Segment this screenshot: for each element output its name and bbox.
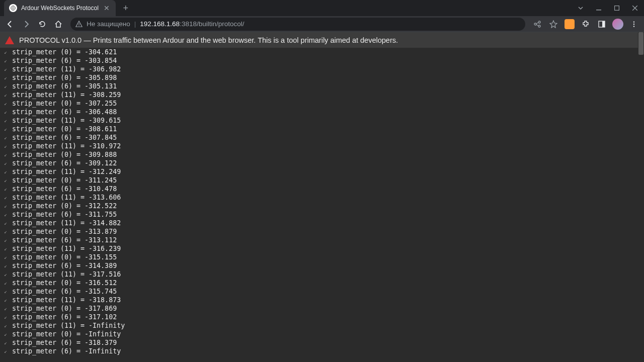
scrollbar-thumb[interactable] — [638, 32, 643, 55]
log-line: ↙strip_meter (11) = -312.249 — [4, 167, 640, 176]
log-line: ↙strip_meter (11) = -317.516 — [4, 270, 640, 279]
log-line: ↙strip_meter (0) = -315.155 — [4, 253, 640, 261]
bookmark-icon[interactable] — [546, 17, 560, 31]
log-text: strip_meter (0) = -304.621 — [12, 48, 117, 56]
tab-search-icon[interactable] — [572, 0, 590, 16]
log-text: strip_meter (11) = -316.239 — [12, 244, 121, 253]
incoming-arrow-icon: ↙ — [4, 125, 9, 133]
log-line: ↙strip_meter (0) = -317.869 — [4, 304, 640, 313]
log-line: ↙strip_meter (11) = -309.615 — [4, 116, 640, 125]
log-line: ↙strip_meter (6) = -314.389 — [4, 261, 640, 270]
share-icon[interactable] — [530, 17, 544, 31]
incoming-arrow-icon: ↙ — [4, 73, 9, 82]
log-text: strip_meter (6) = -306.488 — [12, 108, 117, 116]
svg-point-12 — [633, 26, 634, 27]
security-status: Не защищено — [87, 20, 130, 28]
protocol-banner: PROTOCOL v1.0.0 — Prints traffic between… — [0, 32, 644, 48]
log-line: ↙strip_meter (6) = -311.755 — [4, 210, 640, 219]
profile-avatar[interactable] — [611, 17, 625, 31]
log-text: strip_meter (11) = -308.259 — [12, 90, 121, 99]
incoming-arrow-icon: ↙ — [4, 193, 9, 202]
incoming-arrow-icon: ↙ — [4, 56, 9, 65]
log-line: ↙strip_meter (6) = -307.845 — [4, 133, 640, 142]
reload-button[interactable] — [35, 17, 49, 31]
log-text: strip_meter (0) = -Infinity — [12, 330, 121, 338]
tab-title: Ardour WebSockets Protocol — [21, 5, 99, 12]
log-line: ↙strip_meter (0) = -316.512 — [4, 279, 640, 287]
extensions-icon[interactable] — [579, 17, 593, 31]
close-icon[interactable] — [626, 0, 644, 16]
home-button[interactable] — [51, 17, 65, 31]
incoming-arrow-icon: ↙ — [4, 338, 9, 347]
incoming-arrow-icon: ↙ — [4, 347, 9, 355]
svg-point-10 — [633, 21, 634, 22]
log-text: strip_meter (6) = -313.112 — [12, 236, 117, 244]
incoming-arrow-icon: ↙ — [4, 65, 9, 73]
incoming-arrow-icon: ↙ — [4, 90, 9, 99]
vertical-scrollbar[interactable] — [638, 32, 644, 362]
side-panel-icon[interactable] — [595, 17, 609, 31]
log-line: ↙strip_meter (0) = -304.621 — [4, 48, 640, 56]
maximize-icon[interactable] — [608, 0, 626, 16]
address-bar[interactable]: Не защищено | 192.168.1.68:3818/builtin/… — [70, 18, 525, 31]
incoming-arrow-icon: ↙ — [4, 236, 9, 244]
incoming-arrow-icon: ↙ — [4, 279, 9, 287]
log-text: strip_meter (6) = -315.745 — [12, 287, 117, 296]
log-text: strip_meter (6) = -318.379 — [12, 338, 117, 347]
incoming-arrow-icon: ↙ — [4, 159, 9, 167]
not-secure-icon — [75, 21, 83, 28]
incoming-arrow-icon: ↙ — [4, 48, 9, 56]
log-text: strip_meter (0) = -309.888 — [12, 150, 117, 159]
log-text: strip_meter (0) = -315.155 — [12, 253, 117, 261]
log-text: strip_meter (0) = -312.522 — [12, 202, 117, 210]
log-text: strip_meter (0) = -311.245 — [12, 176, 117, 185]
incoming-arrow-icon: ↙ — [4, 321, 9, 330]
menu-icon[interactable] — [627, 17, 641, 31]
globe-icon — [9, 4, 17, 12]
log-text: strip_meter (0) = -307.255 — [12, 99, 117, 108]
log-text: strip_meter (0) = -308.611 — [12, 125, 117, 133]
extension-badge[interactable] — [562, 17, 577, 31]
incoming-arrow-icon: ↙ — [4, 304, 9, 313]
incoming-arrow-icon: ↙ — [4, 296, 9, 304]
log-line: ↙strip_meter (6) = -315.745 — [4, 287, 640, 296]
incoming-arrow-icon: ↙ — [4, 261, 9, 270]
log-line: ↙strip_meter (0) = -311.245 — [4, 176, 640, 185]
log-text: strip_meter (6) = -305.131 — [12, 82, 117, 90]
log-text: strip_meter (0) = -313.879 — [12, 227, 117, 236]
log-line: ↙strip_meter (6) = -313.112 — [4, 236, 640, 244]
svg-rect-1 — [596, 10, 601, 11]
log-text: strip_meter (6) = -309.122 — [12, 159, 117, 167]
log-text: strip_meter (6) = -307.845 — [12, 133, 117, 142]
log-text: strip_meter (6) = -311.755 — [12, 210, 117, 219]
incoming-arrow-icon: ↙ — [4, 270, 9, 279]
browser-toolbar: Не защищено | 192.168.1.68:3818/builtin/… — [0, 16, 644, 32]
banner-text: PROTOCOL v1.0.0 — Prints traffic between… — [19, 36, 398, 44]
incoming-arrow-icon: ↙ — [4, 116, 9, 125]
back-button[interactable] — [3, 17, 17, 31]
incoming-arrow-icon: ↙ — [4, 219, 9, 227]
log-text: strip_meter (11) = -306.982 — [12, 65, 121, 73]
new-tab-button[interactable]: + — [119, 1, 133, 15]
svg-rect-2 — [615, 6, 619, 11]
log-line: ↙strip_meter (11) = -314.882 — [4, 219, 640, 227]
log-line: ↙strip_meter (11) = -313.606 — [4, 193, 640, 202]
log-line: ↙strip_meter (0) = -308.611 — [4, 125, 640, 133]
tab-close-icon[interactable]: ✕ — [103, 4, 111, 12]
incoming-arrow-icon: ↙ — [4, 227, 9, 236]
log-line: ↙strip_meter (6) = -Infinity — [4, 347, 640, 355]
minimize-icon[interactable] — [590, 0, 608, 16]
forward-button[interactable] — [19, 17, 33, 31]
incoming-arrow-icon: ↙ — [4, 253, 9, 261]
incoming-arrow-icon: ↙ — [4, 142, 9, 150]
log-text: strip_meter (11) = -313.606 — [12, 193, 121, 202]
log-text: strip_meter (6) = -317.102 — [12, 313, 117, 321]
svg-point-11 — [633, 23, 634, 24]
incoming-arrow-icon: ↙ — [4, 99, 9, 108]
log-line: ↙strip_meter (6) = -310.478 — [4, 185, 640, 193]
browser-titlebar: Ardour WebSockets Protocol ✕ + — [0, 0, 644, 16]
browser-tab[interactable]: Ardour WebSockets Protocol ✕ — [4, 0, 116, 16]
log-line: ↙strip_meter (0) = -Infinity — [4, 330, 640, 338]
address-separator: | — [134, 20, 136, 28]
incoming-arrow-icon: ↙ — [4, 176, 9, 185]
